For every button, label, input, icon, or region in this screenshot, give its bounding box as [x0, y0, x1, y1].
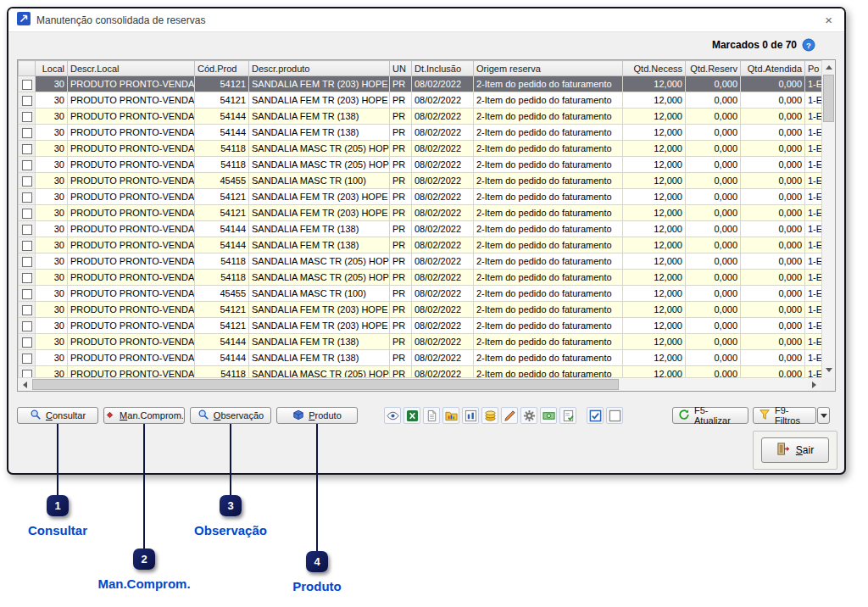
row-checkbox-cell[interactable] — [19, 350, 36, 366]
table-row[interactable]: 30 PRODUTO PRONTO-VENDA 54121 SANDALIA F… — [19, 76, 824, 92]
scroll-right-icon[interactable] — [808, 378, 821, 392]
f5-atualizar-button[interactable]: F5-Atualizar — [672, 407, 748, 424]
row-checkbox-cell[interactable] — [19, 286, 36, 302]
row-checkbox-cell[interactable] — [19, 205, 36, 221]
table-row[interactable]: 30 PRODUTO PRONTO-VENDA 54118 SANDALIA M… — [19, 270, 824, 286]
table-row[interactable]: 30 PRODUTO PRONTO-VENDA 54121 SANDALIA F… — [19, 189, 824, 205]
sair-button[interactable]: Sair — [761, 437, 829, 463]
row-checkbox[interactable] — [22, 160, 32, 170]
row-checkbox[interactable] — [22, 241, 32, 251]
row-checkbox-cell[interactable] — [19, 189, 36, 205]
table-row[interactable]: 30 PRODUTO PRONTO-VENDA 45455 SANDALIA M… — [19, 173, 824, 189]
row-checkbox[interactable] — [22, 112, 32, 122]
folder-chart-icon[interactable] — [442, 407, 459, 424]
produto-button[interactable]: Produto — [276, 407, 358, 424]
row-checkbox[interactable] — [22, 273, 32, 283]
header-local[interactable]: Local — [36, 61, 68, 76]
header-cod-prod[interactable]: Cód.Prod — [195, 61, 249, 76]
row-checkbox-cell[interactable] — [19, 125, 36, 141]
row-checkbox-cell[interactable] — [19, 92, 36, 109]
horizontal-scrollbar[interactable] — [18, 377, 821, 391]
row-checkbox-cell[interactable] — [19, 76, 36, 92]
table-row[interactable]: 30 PRODUTO PRONTO-VENDA 54144 SANDALIA F… — [19, 350, 824, 366]
row-checkbox-cell[interactable] — [19, 334, 36, 350]
check-all-icon[interactable] — [587, 407, 604, 424]
table-row[interactable]: 30 PRODUTO PRONTO-VENDA 54118 SANDALIA M… — [19, 141, 824, 157]
table-row[interactable]: 30 PRODUTO PRONTO-VENDA 54121 SANDALIA F… — [19, 302, 824, 318]
header-un[interactable]: UN — [390, 61, 412, 76]
f9-filtros-button[interactable]: F9-Filtros — [753, 407, 816, 424]
table-row[interactable]: 30 PRODUTO PRONTO-VENDA 54121 SANDALIA F… — [19, 318, 824, 334]
brush-icon[interactable] — [501, 407, 518, 424]
checklist-icon[interactable] — [559, 407, 576, 424]
cell-origem: 2-Item do pedido do faturamento — [474, 173, 623, 189]
vertical-scrollbar[interactable] — [821, 60, 835, 377]
row-checkbox[interactable] — [22, 96, 32, 106]
table-row[interactable]: 30 PRODUTO PRONTO-VENDA 45455 SANDALIA M… — [19, 286, 824, 302]
page: Manutenção consolidada de reservas × Mar… — [0, 0, 868, 607]
filtros-dropdown-button[interactable] — [817, 407, 830, 424]
row-checkbox-cell[interactable] — [19, 302, 36, 318]
row-checkbox[interactable] — [22, 209, 32, 219]
scroll-left-icon[interactable] — [18, 378, 31, 392]
help-icon[interactable]: ? — [802, 38, 815, 52]
scroll-up-icon[interactable] — [822, 60, 836, 74]
row-checkbox[interactable] — [22, 128, 32, 138]
row-checkbox[interactable] — [22, 321, 32, 331]
header-qtd-reserv[interactable]: Qtd.Reserv — [686, 61, 741, 76]
table-row[interactable]: 30 PRODUTO PRONTO-VENDA 54121 SANDALIA F… — [19, 92, 824, 109]
table-row[interactable]: 30 PRODUTO PRONTO-VENDA 54144 SANDALIA F… — [19, 125, 824, 141]
row-checkbox[interactable] — [22, 192, 32, 203]
header-descr-local[interactable]: Descr.Local — [68, 61, 195, 76]
document-icon[interactable] — [423, 407, 440, 424]
row-checkbox-cell[interactable] — [19, 253, 36, 270]
row-checkbox-cell[interactable] — [19, 237, 36, 253]
row-checkbox[interactable] — [22, 354, 32, 364]
consultar-button[interactable]: Consultar — [17, 407, 98, 424]
man-comprom-button[interactable]: Man.Comprom. — [103, 407, 185, 424]
table-row[interactable]: 30 PRODUTO PRONTO-VENDA 54144 SANDALIA F… — [19, 334, 824, 350]
money-icon[interactable] — [540, 407, 557, 424]
row-checkbox[interactable] — [22, 257, 32, 267]
uncheck-all-icon[interactable] — [606, 407, 623, 424]
row-checkbox-cell[interactable] — [19, 157, 36, 173]
row-checkbox-cell[interactable] — [19, 109, 36, 125]
table-row[interactable]: 30 PRODUTO PRONTO-VENDA 54144 SANDALIA F… — [19, 221, 824, 237]
row-checkbox-cell[interactable] — [19, 270, 36, 286]
row-checkbox-cell[interactable] — [19, 221, 36, 237]
row-checkbox[interactable] — [22, 176, 32, 187]
row-checkbox[interactable] — [22, 144, 32, 154]
header-qtd-necess[interactable]: Qtd.Necess — [623, 61, 686, 76]
header-origem[interactable]: Origem reserva — [474, 61, 623, 76]
row-checkbox[interactable] — [22, 289, 32, 299]
gear-icon[interactable] — [520, 407, 537, 424]
chart-icon[interactable] — [462, 407, 479, 424]
header-qtd-atendida[interactable]: Qtd.Atendida — [741, 61, 805, 76]
cell-local: 30 — [36, 92, 68, 109]
table-row[interactable]: 30 PRODUTO PRONTO-VENDA 54144 SANDALIA F… — [19, 109, 824, 125]
cell-qtd-reserv: 0,000 — [686, 237, 741, 253]
row-checkbox-cell[interactable] — [19, 141, 36, 157]
excel-icon[interactable] — [403, 407, 420, 424]
table-row[interactable]: 30 PRODUTO PRONTO-VENDA 54144 SANDALIA F… — [19, 237, 824, 253]
table-row[interactable]: 30 PRODUTO PRONTO-VENDA 54118 SANDALIA M… — [19, 157, 824, 173]
eye-icon[interactable] — [384, 407, 401, 424]
observacao-button[interactable]: Observação — [190, 407, 271, 424]
header-dt-inclusao[interactable]: Dt.Inclusão — [412, 61, 474, 76]
row-checkbox-cell[interactable] — [19, 318, 36, 334]
close-icon[interactable]: × — [821, 13, 836, 27]
row-checkbox[interactable] — [22, 80, 32, 90]
horizontal-scroll-thumb[interactable] — [32, 379, 619, 390]
header-descr-produto[interactable]: Descr.produto — [249, 61, 390, 76]
row-checkbox[interactable] — [22, 337, 32, 348]
vertical-scroll-thumb[interactable] — [823, 75, 834, 122]
coins-icon[interactable] — [481, 407, 498, 424]
table-row[interactable]: 30 PRODUTO PRONTO-VENDA 54118 SANDALIA M… — [19, 253, 824, 270]
table-row[interactable]: 30 PRODUTO PRONTO-VENDA 54121 SANDALIA F… — [19, 205, 824, 221]
row-checkbox[interactable] — [22, 225, 32, 235]
scroll-down-icon[interactable] — [822, 364, 836, 377]
cell-descr-local: PRODUTO PRONTO-VENDA — [68, 76, 195, 92]
cell-qtd-reserv: 0,000 — [686, 125, 741, 141]
row-checkbox-cell[interactable] — [19, 173, 36, 189]
row-checkbox[interactable] — [22, 305, 32, 315]
